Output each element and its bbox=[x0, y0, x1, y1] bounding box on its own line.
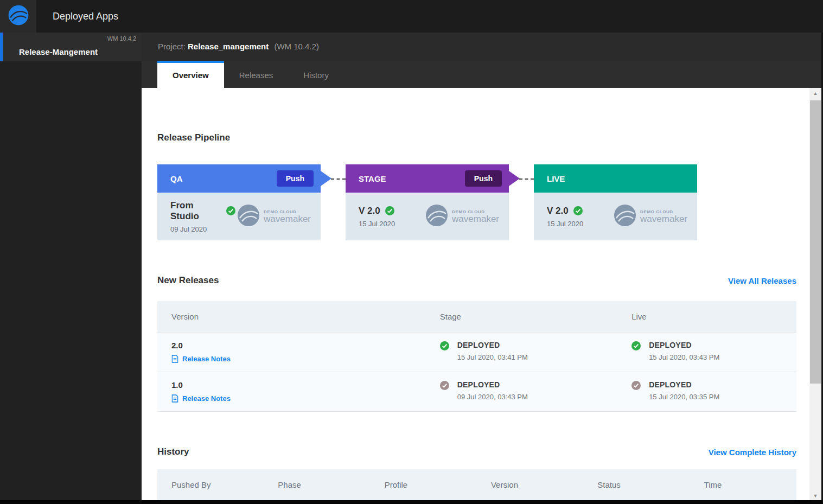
column-header-time: Time bbox=[690, 480, 796, 489]
view-complete-history-link[interactable]: View Complete History bbox=[709, 448, 796, 457]
project-header: Project: Release_mangement (WM 10.4.2) bbox=[142, 33, 823, 61]
stage-time: 09 Jul 2020, 03:43 PM bbox=[457, 393, 528, 401]
live-card-body: V 2.0 15 Jul 2020 bbox=[534, 193, 697, 240]
table-row: 2.0 Release Notes bbox=[157, 332, 796, 372]
deployed-check-icon-muted bbox=[440, 381, 449, 390]
history-table: Pushed By Phase Profile Version Status T… bbox=[157, 469, 796, 500]
live-success-check-icon bbox=[573, 206, 583, 215]
stage-card-body: V 2.0 15 Jul 2020 bbox=[346, 193, 509, 240]
history-table-header: Pushed By Phase Profile Version Status T… bbox=[157, 469, 796, 500]
release-version: 2.0 bbox=[171, 341, 426, 350]
project-version: (WM 10.4.2) bbox=[274, 42, 319, 51]
pipeline-card-stage: STAGE Push V 2.0 bbox=[346, 164, 509, 240]
stage-card-header: STAGE Push bbox=[346, 164, 509, 193]
column-header-version: Version bbox=[477, 480, 583, 489]
qa-version-text: From Studio bbox=[170, 200, 221, 222]
sidebar-item-label: Release-Mangement bbox=[19, 47, 98, 56]
deployed-check-icon-muted bbox=[631, 381, 641, 390]
release-version: 1.0 bbox=[171, 380, 426, 390]
wavemaker-label: wavemaker bbox=[264, 214, 311, 224]
column-header-live: Live bbox=[617, 312, 796, 321]
scrollbar-down-arrow[interactable]: ▼ bbox=[809, 493, 821, 499]
topbar: Deployed Apps bbox=[0, 0, 823, 33]
scrollbar-up-arrow[interactable]: ▲ bbox=[809, 91, 821, 96]
stage-success-check-icon bbox=[385, 206, 394, 215]
stage-arrow-icon bbox=[509, 171, 520, 186]
qa-stage-connector-line bbox=[331, 178, 346, 180]
demo-cloud-wave-icon bbox=[235, 202, 261, 231]
column-header-phase: Phase bbox=[264, 480, 370, 489]
qa-card-body: From Studio 09 Jul 2020 bbox=[157, 193, 321, 240]
qa-cloud-logo: DEMO CLOUD wavemaker bbox=[235, 202, 311, 231]
stage-status: DEPLOYED bbox=[457, 341, 528, 349]
wavemaker-label: wavemaker bbox=[640, 214, 687, 224]
tab-overview[interactable]: Overview bbox=[157, 61, 224, 88]
new-releases-table-header: Version Stage Live bbox=[157, 301, 796, 332]
document-icon bbox=[171, 355, 178, 363]
release-notes-link[interactable]: Release Notes bbox=[171, 355, 426, 363]
live-time: 15 Jul 2020, 03:43 PM bbox=[649, 353, 719, 361]
pipeline-card-live: LIVE V 2.0 bbox=[534, 164, 697, 240]
live-status: DEPLOYED bbox=[649, 380, 719, 389]
stage-version-text: V 2.0 bbox=[359, 206, 380, 216]
app-title: Deployed Apps bbox=[53, 0, 118, 33]
live-status: DEPLOYED bbox=[649, 341, 719, 349]
wavemaker-logo[interactable] bbox=[0, 0, 36, 33]
stage-live-connector-line bbox=[519, 178, 534, 180]
project-name: Release_mangement bbox=[188, 42, 269, 51]
scrollbar-thumb[interactable] bbox=[810, 100, 821, 384]
stage-cloud-logo: DEMO CLOUD wavemaker bbox=[424, 202, 499, 231]
window-bottom-edge bbox=[0, 500, 823, 504]
project-label: Project: bbox=[158, 42, 186, 51]
qa-success-check-icon bbox=[226, 206, 235, 215]
qa-deploy-date: 09 Jul 2020 bbox=[170, 225, 235, 233]
column-header-version: Version bbox=[157, 312, 426, 321]
tab-history[interactable]: History bbox=[288, 61, 344, 88]
column-header-profile: Profile bbox=[371, 480, 477, 489]
live-stage-name: LIVE bbox=[547, 174, 565, 183]
qa-card-header: QA Push bbox=[157, 164, 321, 193]
release-notes-label: Release Notes bbox=[182, 355, 231, 363]
wavemaker-label: wavemaker bbox=[452, 214, 499, 224]
column-header-stage: Stage bbox=[426, 312, 617, 321]
app-window: Deployed Apps Release-Mangement WM 10.4.… bbox=[0, 0, 823, 504]
scrollbar-track[interactable]: ▲ ▼ bbox=[809, 88, 821, 504]
live-time: 15 Jul 2020, 03:35 PM bbox=[649, 393, 719, 401]
qa-arrow-icon bbox=[321, 171, 331, 186]
qa-push-button[interactable]: Push bbox=[277, 170, 314, 187]
demo-cloud-wave-icon bbox=[424, 202, 450, 231]
history-heading: History bbox=[157, 446, 189, 457]
release-pipeline-heading: Release Pipeline bbox=[157, 132, 796, 143]
stage-push-button[interactable]: Push bbox=[465, 170, 502, 187]
qa-stage-name: QA bbox=[170, 174, 183, 183]
deployed-check-icon bbox=[631, 341, 641, 350]
live-deploy-date: 15 Jul 2020 bbox=[547, 220, 583, 228]
deployed-check-icon bbox=[440, 341, 449, 350]
table-row: 1.0 Release Notes bbox=[157, 372, 796, 412]
tab-releases[interactable]: Releases bbox=[224, 61, 289, 88]
sidebar-item-version-badge: WM 10.4.2 bbox=[107, 35, 136, 42]
pipeline-card-qa: QA Push From Studio bbox=[157, 164, 321, 240]
live-version-text: V 2.0 bbox=[547, 206, 569, 216]
column-header-status: Status bbox=[583, 480, 690, 489]
stage-status: DEPLOYED bbox=[457, 380, 528, 389]
view-all-releases-link[interactable]: View All Releases bbox=[728, 276, 796, 285]
pipeline-cards: QA Push From Studio bbox=[157, 164, 796, 240]
new-releases-table: Version Stage Live 2.0 bbox=[157, 301, 796, 412]
release-notes-label: Release Notes bbox=[182, 394, 231, 403]
live-cloud-logo: DEMO CLOUD wavemaker bbox=[612, 202, 687, 231]
column-header-pushed-by: Pushed By bbox=[157, 480, 264, 489]
sidebar: Release-Mangement WM 10.4.2 bbox=[0, 33, 142, 504]
stage-deploy-date: 15 Jul 2020 bbox=[359, 220, 395, 228]
wavemaker-wave-icon bbox=[7, 4, 30, 29]
stage-stage-name: STAGE bbox=[359, 174, 386, 183]
document-icon bbox=[171, 394, 178, 403]
live-card-header: LIVE bbox=[534, 164, 697, 193]
new-releases-heading: New Releases bbox=[157, 275, 219, 286]
sidebar-item-release-management[interactable]: Release-Mangement WM 10.4.2 bbox=[0, 33, 142, 61]
release-notes-link[interactable]: Release Notes bbox=[171, 394, 426, 403]
tabbar: Overview Releases History bbox=[142, 61, 823, 88]
content-area: Release Pipeline QA Push bbox=[142, 88, 823, 504]
stage-time: 15 Jul 2020, 03:41 PM bbox=[457, 353, 528, 361]
demo-cloud-wave-icon bbox=[612, 202, 638, 231]
